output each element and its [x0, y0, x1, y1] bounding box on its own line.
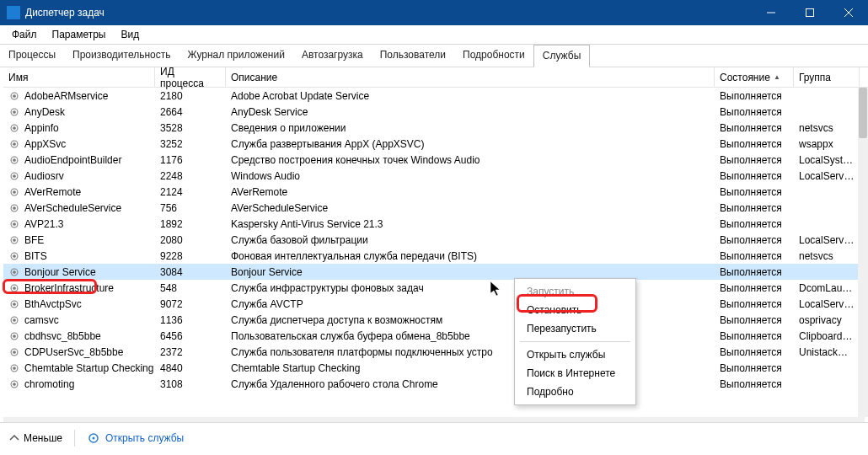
service-row[interactable]: AVerScheduleService756AVerScheduleServic…: [3, 200, 868, 216]
gear-icon: [8, 314, 20, 326]
service-row[interactable]: Bonjour Service3084Bonjour ServiceВыполн…: [3, 264, 868, 280]
ctx-restart[interactable]: Перезапустить: [515, 319, 635, 338]
vertical-scrollbar[interactable]: [858, 88, 868, 417]
maximize-button[interactable]: [790, 0, 829, 25]
cell-state: Выполняется: [715, 282, 794, 294]
cell-state: Выполняется: [715, 378, 794, 390]
menu-view[interactable]: Вид: [114, 27, 146, 42]
service-row[interactable]: AVP21.31892Kaspersky Anti-Virus Service …: [3, 216, 868, 232]
svg-point-41: [13, 383, 16, 385]
gear-icon: [8, 154, 20, 166]
service-name: AudioEndpointBuilder: [24, 154, 121, 166]
service-row[interactable]: camsvc1136Служба диспетчера доступа к во…: [3, 312, 868, 328]
tab-details[interactable]: Подробности: [454, 45, 533, 67]
gear-icon: [8, 282, 20, 294]
cell-group: netsvcs: [794, 250, 860, 262]
col-name[interactable]: Имя: [3, 67, 155, 87]
service-row[interactable]: chromoting3108Служба Удаленного рабочего…: [3, 376, 868, 392]
tab-app-history[interactable]: Журнал приложений: [179, 45, 293, 67]
cell-name: CDPUserSvc_8b5bbe: [3, 346, 155, 358]
ctx-stop[interactable]: Остановить: [515, 301, 635, 319]
scrollbar-thumb[interactable]: [859, 88, 867, 138]
gear-icon: [8, 138, 20, 150]
service-name: CDPUserSvc_8b5bbe: [24, 346, 123, 358]
ctx-separator: [520, 341, 630, 342]
gear-icon: [8, 218, 20, 230]
cell-desc: Служба развертывания AppX (AppXSVC): [226, 138, 715, 150]
service-name: AdobeARMservice: [24, 90, 108, 102]
col-state[interactable]: Состояние▲: [715, 67, 794, 87]
cell-desc: Adobe Acrobat Update Service: [226, 90, 715, 102]
tab-services[interactable]: Службы: [533, 45, 590, 67]
services-grid: Имя ИД процесса Описание Состояние▲ Груп…: [0, 67, 868, 423]
cell-pid: 2664: [155, 106, 226, 118]
close-icon: [844, 8, 853, 17]
cell-pid: 2180: [155, 90, 226, 102]
service-name: BthAvctpSvc: [24, 298, 82, 310]
service-name: camsvc: [24, 314, 59, 326]
close-button[interactable]: [829, 0, 868, 25]
tab-users[interactable]: Пользователи: [372, 45, 454, 67]
gear-icon: [8, 122, 20, 134]
tab-startup[interactable]: Автозагрузка: [293, 45, 372, 67]
cell-name: AVP21.3: [3, 218, 155, 230]
svg-point-9: [13, 126, 16, 129]
svg-rect-1: [806, 9, 814, 17]
cell-group: ClipboardSvc: [794, 330, 860, 342]
cell-name: Bonjour Service: [3, 266, 155, 278]
cell-group: osprivacy: [794, 314, 860, 326]
cell-desc: Windows Audio: [226, 170, 715, 182]
service-row[interactable]: BthAvctpSvc9072Служба AVCTPВыполняетсяLo…: [3, 296, 868, 312]
cell-name: chromoting: [3, 378, 155, 390]
service-row[interactable]: AdobeARMservice2180Adobe Acrobat Update …: [3, 88, 868, 104]
service-row[interactable]: Audiosrv2248Windows AudioВыполняетсяLoca…: [3, 168, 868, 184]
col-pid[interactable]: ИД процесса: [155, 67, 226, 87]
service-row[interactable]: Chemtable Startup Checking4840Chemtable …: [3, 360, 868, 376]
service-row[interactable]: cbdhsvc_8b5bbe6456Пользовательская служб…: [3, 328, 868, 344]
svg-point-31: [13, 302, 16, 305]
service-row[interactable]: BITS9228Фоновая интеллектуальная служба …: [3, 248, 868, 264]
col-group[interactable]: Группа: [794, 67, 860, 87]
svg-point-39: [13, 367, 16, 369]
open-services-link[interactable]: Открыть службы: [87, 431, 184, 445]
cell-name: BthAvctpSvc: [3, 298, 155, 310]
service-name: BITS: [24, 250, 47, 262]
cell-pid: 2372: [155, 346, 226, 358]
cell-pid: 2248: [155, 170, 226, 182]
menu-file[interactable]: Файл: [5, 27, 44, 42]
tab-bar: Процессы Производительность Журнал прило…: [0, 44, 868, 67]
service-row[interactable]: AnyDesk2664AnyDesk ServiceВыполняется: [3, 104, 868, 120]
svg-point-19: [13, 206, 16, 209]
service-name: BrokerInfrastructure: [24, 282, 114, 294]
svg-point-43: [92, 437, 94, 440]
service-row[interactable]: CDPUserSvc_8b5bbe2372Служба пользователя…: [3, 344, 868, 360]
ctx-open-services[interactable]: Открыть службы: [515, 345, 635, 364]
service-row[interactable]: AVerRemote2124AVerRemoteВыполняется: [3, 184, 868, 200]
minimize-button[interactable]: [752, 0, 790, 25]
col-desc[interactable]: Описание: [226, 67, 715, 87]
service-name: chromoting: [24, 378, 74, 390]
service-row[interactable]: BFE2080Служба базовой фильтрацииВыполняе…: [3, 232, 868, 248]
tab-performance[interactable]: Производительность: [64, 45, 179, 67]
cell-name: BITS: [3, 250, 155, 262]
svg-point-17: [13, 190, 16, 193]
service-row[interactable]: AppXSvc3252Служба развертывания AppX (Ap…: [3, 136, 868, 152]
ctx-details[interactable]: Подробно: [515, 383, 635, 401]
cell-pid: 2080: [155, 234, 226, 246]
service-row[interactable]: AudioEndpointBuilder1176Средство построе…: [3, 152, 868, 168]
service-row[interactable]: Appinfo3528Сведения о приложенииВыполняе…: [3, 120, 868, 136]
cell-desc: Фоновая интеллектуальная служба передачи…: [226, 250, 715, 262]
cell-desc: AVerRemote: [226, 186, 715, 198]
ctx-search-web[interactable]: Поиск в Интернете: [515, 364, 635, 383]
service-row[interactable]: BrokerInfrastructure548Служба инфраструк…: [3, 280, 868, 296]
cell-state: Выполняется: [715, 250, 794, 262]
svg-point-29: [13, 286, 16, 289]
menu-options[interactable]: Параметры: [46, 27, 113, 42]
app-icon: [7, 6, 20, 19]
cell-group: UnistackSvc: [794, 346, 860, 358]
titlebar: Диспетчер задач: [0, 0, 868, 25]
tab-processes[interactable]: Процессы: [0, 45, 64, 67]
cell-name: Audiosrv: [3, 170, 155, 182]
svg-point-7: [13, 110, 16, 113]
fewer-details-button[interactable]: Меньше: [8, 432, 62, 444]
